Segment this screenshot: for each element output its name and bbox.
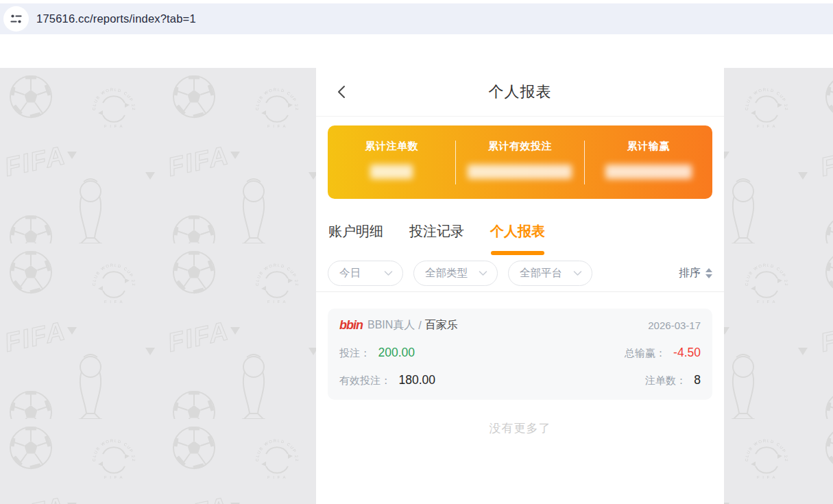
record-card[interactable]: bbin BBIN真人 / 百家乐 2026-03-17 投注： 200.00 … (328, 309, 712, 400)
url-text[interactable]: 175616.cc/reports/index?tab=1 (36, 12, 196, 25)
bet-label: 投注： (339, 347, 370, 359)
sort-button[interactable]: 排序 (679, 266, 712, 280)
summary-label: 累计有效投注 (488, 140, 552, 153)
summary-card: 累计注单数 累计有效投注 累计输赢 (328, 125, 712, 199)
bbin-logo: bbin (339, 318, 363, 333)
sort-arrows-icon (705, 268, 712, 278)
summary-item-bet-count: 累计注单数 (328, 140, 455, 185)
dropdown-label: 全部平台 (520, 266, 562, 280)
tune-controls-icon (10, 12, 23, 25)
valid-bet-value: 180.00 (398, 373, 435, 387)
separator: / (418, 320, 421, 332)
dropdown-label: 今日 (339, 266, 361, 280)
bet-count-label: 注单数： (645, 374, 686, 386)
report-page: 个人报表 累计注单数 累计有效投注 累计输赢 账户明细 投注记录 个人报表 (316, 68, 724, 504)
record-list: bbin BBIN真人 / 百家乐 2026-03-17 投注： 200.00 … (316, 292, 724, 504)
chevron-down-icon (384, 271, 393, 276)
valid-bet-label: 有效投注： (339, 374, 391, 386)
dropdown-label: 全部类型 (425, 266, 468, 280)
chevron-left-icon (335, 84, 349, 99)
bet-count-group: 注单数： 8 (645, 373, 701, 387)
provider-name: BBIN真人 (367, 318, 415, 333)
type-filter-dropdown[interactable]: 全部类型 (413, 261, 498, 286)
active-tab-underline (491, 251, 544, 255)
back-button[interactable] (334, 84, 350, 100)
record-date: 2026-03-17 (648, 320, 701, 331)
tab-label: 个人报表 (490, 224, 545, 239)
summary-item-valid-bets: 累计有效投注 (456, 140, 583, 185)
winloss-group: 总输赢： -4.50 (625, 346, 701, 360)
game-name: 百家乐 (425, 318, 458, 333)
no-more-text: 没有更多了 (316, 420, 724, 436)
date-filter-dropdown[interactable]: 今日 (328, 261, 403, 286)
page-header: 个人报表 (316, 68, 724, 117)
bet-count-value: 8 (694, 373, 701, 387)
tab-bar: 账户明细 投注记录 个人报表 (316, 216, 724, 255)
page-title: 个人报表 (489, 82, 552, 102)
masked-value (468, 165, 572, 179)
summary-item-winloss: 累计输赢 (585, 140, 712, 185)
tab-account-details[interactable]: 账户明细 (328, 222, 383, 255)
valid-bet-group: 有效投注： 180.00 (339, 373, 435, 387)
summary-label: 累计注单数 (365, 140, 418, 153)
platform-filter-dropdown[interactable]: 全部平台 (508, 261, 592, 286)
bet-amount-group: 投注： 200.00 (339, 346, 415, 360)
masked-value (370, 165, 413, 179)
record-title: bbin BBIN真人 / 百家乐 (339, 318, 458, 333)
browser-url-bar[interactable]: 175616.cc/reports/index?tab=1 (0, 3, 833, 34)
masked-value (605, 165, 692, 179)
site-settings-button[interactable] (3, 6, 29, 32)
page-background: CLUB WORLD CUP 22 F I F A FIFA 个人报表 (0, 68, 833, 504)
tab-personal-report[interactable]: 个人报表 (490, 222, 545, 255)
tab-bet-records[interactable]: 投注记录 (409, 222, 464, 255)
chevron-down-icon (479, 271, 487, 276)
winloss-value: -4.50 (673, 346, 701, 359)
chevron-down-icon (573, 271, 582, 276)
winloss-label: 总输赢： (625, 347, 666, 359)
summary-label: 累计输赢 (627, 140, 670, 153)
filter-bar: 今日 全部类型 全部平台 排序 (316, 255, 724, 292)
sort-label: 排序 (679, 266, 701, 280)
bet-value: 200.00 (378, 346, 415, 359)
